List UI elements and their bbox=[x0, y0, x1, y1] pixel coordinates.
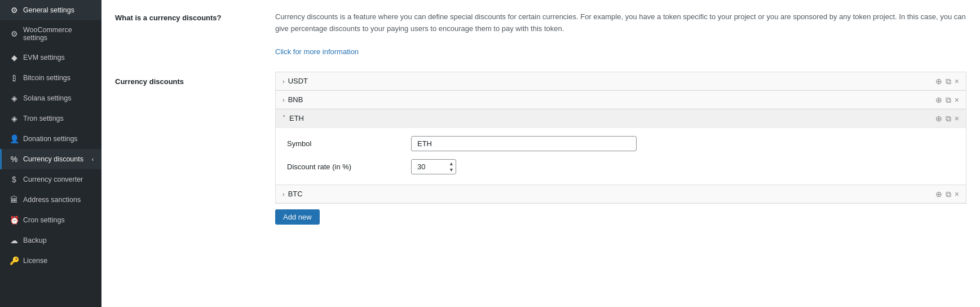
accordion-actions-usdt: ⊕⧉× bbox=[935, 77, 959, 85]
form-row-eth-discount: Discount rate (in %)▲▼ bbox=[287, 159, 955, 174]
form-row-eth-symbol: Symbol bbox=[287, 136, 955, 151]
sidebar-item-solana-settings[interactable]: ◈Solana settings bbox=[0, 88, 101, 108]
currency-discounts-section: Currency discounts ? ›USDT⊕⧉×›BNB⊕⧉×˅ETH… bbox=[115, 72, 966, 225]
add-icon-btc[interactable]: ⊕ bbox=[935, 190, 942, 198]
sidebar-item-label-general-settings: General settings bbox=[23, 6, 74, 14]
main-content: What is a currency discounts? Currency d… bbox=[101, 0, 980, 307]
add-icon-bnb[interactable]: ⊕ bbox=[935, 96, 942, 104]
accordion-header-btc[interactable]: ›BTC⊕⧉× bbox=[276, 185, 966, 203]
sidebar-item-label-evm-settings: EVM settings bbox=[23, 54, 65, 62]
accordion-title-eth: ETH bbox=[289, 114, 935, 122]
accordion-usdt: ›USDT⊕⧉× bbox=[275, 72, 966, 91]
copy-icon-usdt[interactable]: ⧉ bbox=[946, 77, 951, 85]
sidebar-item-label-woocommerce-settings: WooCommerce settings bbox=[23, 26, 94, 42]
license-icon: 🔑 bbox=[10, 256, 19, 265]
sidebar-item-label-donation-settings: Donation settings bbox=[23, 135, 78, 143]
copy-icon-bnb[interactable]: ⧉ bbox=[946, 96, 951, 104]
general-settings-icon: ⚙ bbox=[10, 6, 19, 15]
sidebar-item-backup[interactable]: ☁Backup bbox=[0, 230, 101, 251]
accordion-header-eth[interactable]: ˅ETH⊕⧉× bbox=[276, 109, 966, 128]
info-description: Currency discounts is a feature where yo… bbox=[275, 11, 966, 58]
accordion-title-usdt: USDT bbox=[288, 77, 935, 85]
sidebar-item-general-settings[interactable]: ⚙General settings bbox=[0, 0, 101, 20]
close-icon-eth[interactable]: × bbox=[955, 115, 959, 122]
number-input-wrap-eth-discount: ▲▼ bbox=[411, 159, 456, 174]
woocommerce-settings-icon: ⚙ bbox=[10, 29, 19, 38]
address-sanctions-icon: 🏛 bbox=[10, 195, 19, 204]
accordion-actions-bnb: ⊕⧉× bbox=[935, 96, 959, 104]
sidebar-item-donation-settings[interactable]: 👤Donation settings bbox=[0, 129, 101, 149]
add-new-button[interactable]: Add new bbox=[275, 209, 320, 225]
add-icon-usdt[interactable]: ⊕ bbox=[935, 77, 942, 85]
cron-settings-icon: ⏰ bbox=[10, 216, 19, 225]
chevron-right-icon: › bbox=[282, 78, 285, 85]
sidebar-item-label-license: License bbox=[23, 257, 47, 265]
sidebar-item-label-currency-converter: Currency converter bbox=[23, 176, 83, 183]
bitcoin-settings-icon: ₿ bbox=[10, 73, 19, 82]
sidebar-item-woocommerce-settings[interactable]: ⚙WooCommerce settings bbox=[0, 20, 101, 47]
accordion-container: ? ›USDT⊕⧉×›BNB⊕⧉×˅ETH⊕⧉×SymbolDiscount r… bbox=[275, 72, 966, 225]
form-label-eth-discount: Discount rate (in %) bbox=[287, 163, 411, 171]
sidebar-item-tron-settings[interactable]: ◈Tron settings bbox=[0, 108, 101, 129]
sidebar-item-label-currency-discounts: Currency discounts bbox=[23, 155, 83, 163]
sidebar-item-label-solana-settings: Solana settings bbox=[23, 94, 71, 102]
chevron-right-icon: › bbox=[282, 97, 285, 103]
chevron-down-icon: ˅ bbox=[282, 115, 286, 122]
accordion-actions-btc: ⊕⧉× bbox=[935, 190, 959, 198]
close-icon-bnb[interactable]: × bbox=[955, 96, 959, 104]
spinner-up-eth-discount[interactable]: ▲ bbox=[448, 161, 455, 167]
donation-settings-icon: 👤 bbox=[10, 134, 19, 143]
sidebar-item-cron-settings[interactable]: ⏰Cron settings bbox=[0, 210, 101, 230]
info-link[interactable]: Click for more information bbox=[275, 47, 359, 56]
accordion-eth: ˅ETH⊕⧉×SymbolDiscount rate (in %)▲▼ bbox=[275, 109, 966, 185]
sidebar-item-label-tron-settings: Tron settings bbox=[23, 115, 64, 122]
close-icon-btc[interactable]: × bbox=[955, 190, 959, 198]
input-eth-symbol[interactable] bbox=[411, 136, 637, 151]
sidebar-item-license[interactable]: 🔑License bbox=[0, 251, 101, 271]
section-label: Currency discounts bbox=[115, 72, 262, 225]
accordion-title-btc: BTC bbox=[288, 190, 935, 198]
sidebar-item-currency-converter[interactable]: $Currency converter bbox=[0, 169, 101, 190]
accordion-header-bnb[interactable]: ›BNB⊕⧉× bbox=[276, 91, 966, 109]
info-question: What is a currency discounts? bbox=[115, 11, 262, 58]
add-icon-eth[interactable]: ⊕ bbox=[935, 115, 942, 122]
spinners-eth-discount: ▲▼ bbox=[448, 161, 455, 173]
info-description-text: Currency discounts is a feature where yo… bbox=[275, 12, 966, 33]
backup-icon: ☁ bbox=[10, 236, 19, 245]
form-label-eth-symbol: Symbol bbox=[287, 139, 411, 148]
sidebar-item-bitcoin-settings[interactable]: ₿Bitcoin settings bbox=[0, 68, 101, 88]
sidebar-item-currency-discounts[interactable]: %Currency discounts‹ bbox=[0, 149, 101, 169]
info-section: What is a currency discounts? Currency d… bbox=[115, 11, 966, 58]
currency-discounts-icon: % bbox=[10, 155, 19, 164]
currency-converter-icon: $ bbox=[10, 175, 19, 184]
sidebar: ⚙General settings⚙WooCommerce settings◆E… bbox=[0, 0, 101, 307]
sidebar-item-address-sanctions[interactable]: 🏛Address sanctions bbox=[0, 190, 101, 210]
active-arrow-icon: ‹ bbox=[92, 156, 94, 163]
chevron-right-icon: › bbox=[282, 191, 285, 198]
solana-settings-icon: ◈ bbox=[10, 94, 19, 103]
sidebar-item-label-cron-settings: Cron settings bbox=[23, 216, 65, 224]
accordion-btc: ›BTC⊕⧉× bbox=[275, 185, 966, 204]
sidebar-item-label-backup: Backup bbox=[23, 236, 47, 244]
accordion-title-bnb: BNB bbox=[288, 95, 935, 104]
copy-icon-eth[interactable]: ⧉ bbox=[946, 115, 951, 122]
sidebar-item-evm-settings[interactable]: ◆EVM settings bbox=[0, 47, 101, 68]
tron-settings-icon: ◈ bbox=[10, 114, 19, 123]
accordion-header-usdt[interactable]: ›USDT⊕⧉× bbox=[276, 72, 966, 90]
sidebar-item-label-address-sanctions: Address sanctions bbox=[23, 196, 81, 204]
copy-icon-btc[interactable]: ⧉ bbox=[946, 190, 951, 198]
sidebar-item-label-bitcoin-settings: Bitcoin settings bbox=[23, 74, 70, 82]
close-icon-usdt[interactable]: × bbox=[955, 77, 959, 85]
accordion-actions-eth: ⊕⧉× bbox=[935, 115, 959, 122]
accordion-body-eth: SymbolDiscount rate (in %)▲▼ bbox=[276, 128, 966, 185]
accordion-bnb: ›BNB⊕⧉× bbox=[275, 91, 966, 109]
evm-settings-icon: ◆ bbox=[10, 53, 19, 62]
spinner-down-eth-discount[interactable]: ▼ bbox=[448, 167, 455, 173]
